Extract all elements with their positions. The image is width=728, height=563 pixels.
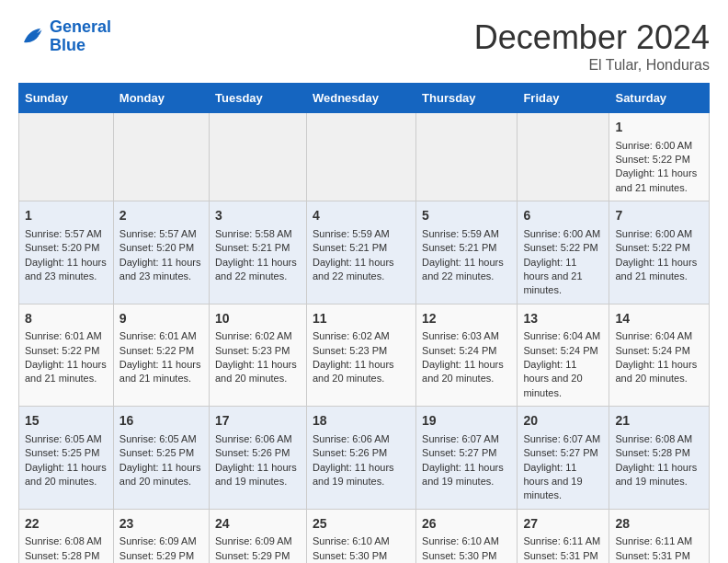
sunset-text: Sunset: 5:24 PM <box>523 344 603 358</box>
sunrise-text: Sunrise: 5:58 AM <box>215 227 301 241</box>
calendar-cell <box>113 113 209 201</box>
logo-text: General Blue <box>50 18 111 55</box>
sunset-text: Sunset: 5:21 PM <box>313 241 410 255</box>
col-header-friday: Friday <box>518 84 609 113</box>
daylight-text: Daylight: 11 hours and 20 minutes. <box>119 461 203 489</box>
sunrise-text: Sunrise: 6:03 AM <box>422 329 511 343</box>
calendar-cell: 1Sunrise: 5:57 AMSunset: 5:20 PMDaylight… <box>19 201 114 304</box>
page-header: General Blue December 2024 El Tular, Hon… <box>18 18 710 74</box>
calendar-cell: 11Sunrise: 6:02 AMSunset: 5:23 PMDayligh… <box>306 304 415 407</box>
title-block: December 2024 El Tular, Honduras <box>474 18 710 74</box>
daylight-text: Daylight: 11 hours and 20 minutes. <box>615 358 703 386</box>
calendar-cell: 19Sunrise: 6:07 AMSunset: 5:27 PMDayligh… <box>416 407 518 510</box>
sunset-text: Sunset: 5:20 PM <box>25 241 108 255</box>
calendar-cell: 5Sunrise: 5:59 AMSunset: 5:21 PMDaylight… <box>416 201 518 304</box>
sunset-text: Sunset: 5:28 PM <box>615 446 703 460</box>
day-number: 4 <box>313 207 410 225</box>
sunset-text: Sunset: 5:30 PM <box>422 549 511 563</box>
col-header-monday: Monday <box>113 84 209 113</box>
calendar-cell: 1Sunrise: 6:00 AMSunset: 5:22 PMDaylight… <box>609 113 710 201</box>
day-number: 8 <box>25 310 108 328</box>
daylight-text: Daylight: 11 hours and 19 minutes. <box>215 461 301 489</box>
sunrise-text: Sunrise: 6:00 AM <box>615 227 703 241</box>
col-header-saturday: Saturday <box>609 84 710 113</box>
day-number: 1 <box>615 119 703 137</box>
day-number: 7 <box>615 207 703 225</box>
day-number: 25 <box>313 515 410 534</box>
sunset-text: Sunset: 5:23 PM <box>313 344 410 358</box>
location: El Tular, Honduras <box>474 57 710 74</box>
day-number: 11 <box>313 310 410 328</box>
col-header-thursday: Thursday <box>416 84 518 113</box>
sunset-text: Sunset: 5:25 PM <box>119 446 203 460</box>
logo: General Blue <box>18 18 111 55</box>
calendar-cell: 17Sunrise: 6:06 AMSunset: 5:26 PMDayligh… <box>210 407 307 510</box>
sunset-text: Sunset: 5:20 PM <box>119 241 203 255</box>
calendar-cell: 12Sunrise: 6:03 AMSunset: 5:24 PMDayligh… <box>416 304 518 407</box>
sunrise-text: Sunrise: 6:05 AM <box>25 432 108 446</box>
sunset-text: Sunset: 5:22 PM <box>615 241 703 255</box>
sunrise-text: Sunrise: 6:01 AM <box>25 329 108 343</box>
day-number: 17 <box>215 412 301 431</box>
daylight-text: Daylight: 11 hours and 21 minutes. <box>523 256 603 298</box>
day-number: 5 <box>422 207 511 225</box>
calendar-cell <box>210 113 307 201</box>
day-number: 23 <box>119 515 203 534</box>
calendar-cell: 18Sunrise: 6:06 AMSunset: 5:26 PMDayligh… <box>306 407 415 510</box>
calendar-cell: 27Sunrise: 6:11 AMSunset: 5:31 PMDayligh… <box>518 509 609 563</box>
day-number: 9 <box>119 310 203 328</box>
calendar-cell: 7Sunrise: 6:00 AMSunset: 5:22 PMDaylight… <box>609 201 710 304</box>
sunset-text: Sunset: 5:22 PM <box>25 344 108 358</box>
sunrise-text: Sunrise: 6:09 AM <box>215 534 301 548</box>
sunset-text: Sunset: 5:28 PM <box>25 549 108 563</box>
col-header-sunday: Sunday <box>19 84 114 113</box>
sunrise-text: Sunrise: 6:00 AM <box>615 139 703 153</box>
sunrise-text: Sunrise: 5:57 AM <box>25 227 108 241</box>
col-header-wednesday: Wednesday <box>306 84 415 113</box>
sunset-text: Sunset: 5:26 PM <box>215 446 301 460</box>
sunset-text: Sunset: 5:21 PM <box>215 241 301 255</box>
daylight-text: Daylight: 11 hours and 19 minutes. <box>523 461 603 503</box>
day-number: 1 <box>25 207 108 225</box>
calendar-cell: 22Sunrise: 6:08 AMSunset: 5:28 PMDayligh… <box>19 509 114 563</box>
calendar-cell <box>518 113 609 201</box>
sunset-text: Sunset: 5:22 PM <box>119 344 203 358</box>
calendar-cell: 16Sunrise: 6:05 AMSunset: 5:25 PMDayligh… <box>113 407 209 510</box>
week-row-1: 1Sunrise: 6:00 AMSunset: 5:22 PMDaylight… <box>19 113 710 201</box>
day-number: 21 <box>615 412 703 431</box>
sunset-text: Sunset: 5:22 PM <box>615 153 703 167</box>
month-title: December 2024 <box>474 18 710 57</box>
sunrise-text: Sunrise: 6:11 AM <box>523 534 603 548</box>
sunrise-text: Sunrise: 6:11 AM <box>615 534 703 548</box>
sunrise-text: Sunrise: 6:10 AM <box>422 534 511 548</box>
daylight-text: Daylight: 11 hours and 19 minutes. <box>615 461 703 489</box>
sunset-text: Sunset: 5:24 PM <box>422 344 511 358</box>
calendar-cell: 24Sunrise: 6:09 AMSunset: 5:29 PMDayligh… <box>210 509 307 563</box>
day-number: 27 <box>523 515 603 534</box>
sunrise-text: Sunrise: 5:57 AM <box>119 227 203 241</box>
calendar-cell: 3Sunrise: 5:58 AMSunset: 5:21 PMDaylight… <box>210 201 307 304</box>
sunset-text: Sunset: 5:31 PM <box>615 549 703 563</box>
day-number: 20 <box>523 412 603 431</box>
week-row-4: 15Sunrise: 6:05 AMSunset: 5:25 PMDayligh… <box>19 407 710 510</box>
day-number: 12 <box>422 310 511 328</box>
calendar-cell: 15Sunrise: 6:05 AMSunset: 5:25 PMDayligh… <box>19 407 114 510</box>
day-number: 22 <box>25 515 108 534</box>
sunrise-text: Sunrise: 6:08 AM <box>615 432 703 446</box>
day-number: 28 <box>615 515 703 534</box>
sunrise-text: Sunrise: 6:04 AM <box>523 329 603 343</box>
calendar-cell: 4Sunrise: 5:59 AMSunset: 5:21 PMDaylight… <box>306 201 415 304</box>
calendar-cell: 20Sunrise: 6:07 AMSunset: 5:27 PMDayligh… <box>518 407 609 510</box>
sunrise-text: Sunrise: 6:06 AM <box>215 432 301 446</box>
day-number: 18 <box>313 412 410 431</box>
sunset-text: Sunset: 5:21 PM <box>422 241 511 255</box>
logo-icon <box>18 23 46 51</box>
sunrise-text: Sunrise: 6:00 AM <box>523 227 603 241</box>
day-number: 10 <box>215 310 301 328</box>
daylight-text: Daylight: 11 hours and 23 minutes. <box>25 256 108 284</box>
daylight-text: Daylight: 11 hours and 19 minutes. <box>313 461 410 489</box>
daylight-text: Daylight: 11 hours and 21 minutes. <box>615 167 703 195</box>
sunrise-text: Sunrise: 6:08 AM <box>25 534 108 548</box>
day-number: 3 <box>215 207 301 225</box>
sunrise-text: Sunrise: 5:59 AM <box>422 227 511 241</box>
